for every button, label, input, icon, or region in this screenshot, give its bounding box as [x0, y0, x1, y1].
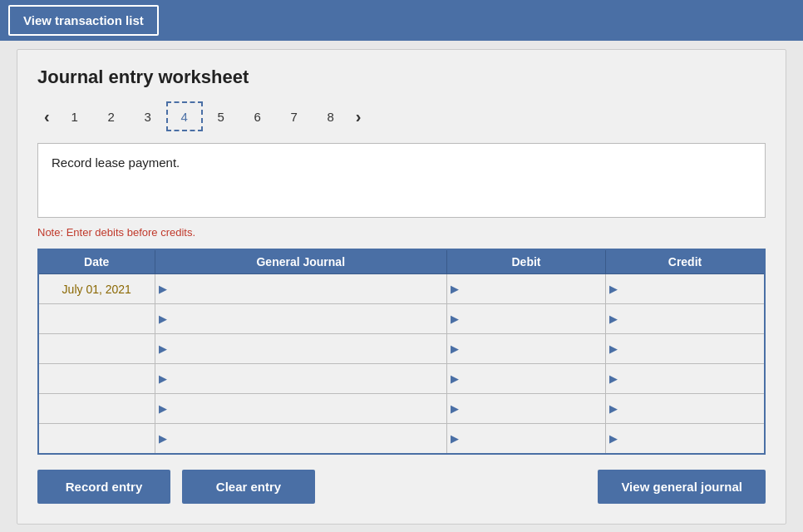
date-cell-4 — [38, 394, 155, 424]
journal-cell-1[interactable]: ▶ — [155, 304, 447, 334]
page-7[interactable]: 7 — [276, 101, 313, 131]
worksheet-title: Journal entry worksheet — [37, 66, 766, 88]
table-row: July 01, 2021▶▶▶ — [38, 274, 765, 304]
credit-cell-3[interactable]: ▶ — [606, 364, 766, 394]
credit-arrow-icon-5: ▶ — [606, 432, 621, 445]
table-row: ▶▶▶ — [38, 394, 765, 424]
page-6[interactable]: 6 — [239, 101, 276, 131]
credit-arrow-icon-0: ▶ — [606, 283, 621, 295]
next-page-button[interactable]: › — [349, 104, 368, 130]
date-cell-5 — [38, 424, 155, 454]
debit-arrow-icon-4: ▶ — [447, 402, 462, 415]
view-transaction-button[interactable]: View transaction list — [8, 5, 159, 36]
header-date: Date — [38, 249, 155, 274]
debit-arrow-icon-1: ▶ — [447, 313, 462, 325]
journal-cell-4[interactable]: ▶ — [155, 394, 447, 424]
page-8[interactable]: 8 — [313, 101, 349, 131]
description-text: Record lease payment. — [52, 155, 180, 170]
debit-cell-4[interactable]: ▶ — [447, 394, 606, 424]
debit-input-0[interactable] — [462, 275, 605, 303]
date-cell-2 — [38, 334, 155, 364]
journal-cell-3[interactable]: ▶ — [155, 364, 447, 394]
debit-arrow-icon-5: ▶ — [447, 432, 462, 445]
credit-cell-0[interactable]: ▶ — [606, 274, 766, 304]
credit-input-5[interactable] — [621, 424, 764, 452]
table-row: ▶▶▶ — [38, 304, 765, 334]
journal-input-0[interactable] — [170, 275, 447, 303]
debit-arrow-icon-2: ▶ — [447, 342, 462, 355]
page-3[interactable]: 3 — [130, 101, 166, 131]
prev-page-button[interactable]: ‹ — [37, 104, 57, 130]
debit-cell-3[interactable]: ▶ — [447, 364, 606, 394]
table-row: ▶▶▶ — [38, 424, 765, 454]
journal-arrow-icon-0: ▶ — [155, 283, 170, 295]
debit-input-1[interactable] — [462, 305, 605, 333]
debit-input-5[interactable] — [462, 424, 605, 452]
credit-arrow-icon-3: ▶ — [606, 372, 621, 385]
credit-input-1[interactable] — [621, 305, 764, 333]
credit-input-4[interactable] — [621, 395, 764, 423]
credit-arrow-icon-1: ▶ — [606, 313, 621, 325]
journal-arrow-icon-1: ▶ — [155, 313, 170, 325]
header-credit: Credit — [606, 249, 766, 274]
debit-cell-1[interactable]: ▶ — [447, 304, 606, 334]
journal-input-1[interactable] — [170, 305, 447, 333]
journal-cell-2[interactable]: ▶ — [155, 334, 447, 364]
debit-input-3[interactable] — [462, 365, 605, 393]
credit-cell-2[interactable]: ▶ — [606, 334, 766, 364]
journal-table: Date General Journal Debit Credit July 0… — [37, 249, 766, 455]
debit-input-4[interactable] — [462, 395, 605, 423]
credit-arrow-icon-4: ▶ — [606, 402, 621, 415]
date-cell-0: July 01, 2021 — [38, 274, 155, 304]
debit-arrow-icon-0: ▶ — [447, 283, 462, 295]
debit-input-2[interactable] — [462, 335, 605, 363]
credit-cell-1[interactable]: ▶ — [606, 304, 766, 334]
main-container: Journal entry worksheet ‹ 1 2 3 4 5 6 7 … — [17, 49, 786, 525]
credit-arrow-icon-2: ▶ — [606, 342, 621, 355]
journal-cell-5[interactable]: ▶ — [155, 424, 447, 454]
table-row: ▶▶▶ — [38, 334, 765, 364]
credit-input-3[interactable] — [621, 365, 764, 393]
table-row: ▶▶▶ — [38, 364, 765, 394]
journal-input-5[interactable] — [170, 424, 447, 452]
view-general-journal-button[interactable]: View general journal — [598, 470, 766, 504]
journal-arrow-icon-4: ▶ — [155, 402, 170, 415]
header-journal: General Journal — [155, 249, 447, 274]
page-4[interactable]: 4 — [166, 101, 203, 131]
date-cell-3 — [38, 364, 155, 394]
credit-cell-5[interactable]: ▶ — [606, 424, 766, 454]
debit-cell-5[interactable]: ▶ — [447, 424, 606, 454]
pagination: ‹ 1 2 3 4 5 6 7 8 › — [37, 101, 766, 131]
header-debit: Debit — [447, 249, 606, 274]
page-5[interactable]: 5 — [203, 101, 239, 131]
record-entry-button[interactable]: Record entry — [37, 470, 170, 504]
journal-arrow-icon-3: ▶ — [155, 372, 170, 385]
clear-entry-button[interactable]: Clear entry — [182, 470, 315, 504]
bottom-buttons: Record entry Clear entry View general jo… — [37, 470, 766, 504]
journal-arrow-icon-5: ▶ — [155, 432, 170, 445]
debit-cell-0[interactable]: ▶ — [447, 274, 606, 304]
credit-cell-4[interactable]: ▶ — [606, 394, 766, 424]
credit-input-2[interactable] — [621, 335, 764, 363]
top-bar: View transaction list — [0, 0, 803, 41]
debit-arrow-icon-3: ▶ — [447, 372, 462, 385]
note-text: Note: Enter debits before credits. — [37, 226, 766, 239]
date-cell-1 — [38, 304, 155, 334]
page-2[interactable]: 2 — [93, 101, 130, 131]
journal-cell-0[interactable]: ▶ — [155, 274, 447, 304]
journal-input-4[interactable] — [170, 395, 447, 423]
page-1[interactable]: 1 — [57, 101, 93, 131]
journal-input-3[interactable] — [170, 365, 447, 393]
journal-arrow-icon-2: ▶ — [155, 342, 170, 355]
description-box: Record lease payment. — [37, 143, 766, 218]
debit-cell-2[interactable]: ▶ — [447, 334, 606, 364]
journal-input-2[interactable] — [170, 335, 447, 363]
credit-input-0[interactable] — [621, 275, 764, 303]
